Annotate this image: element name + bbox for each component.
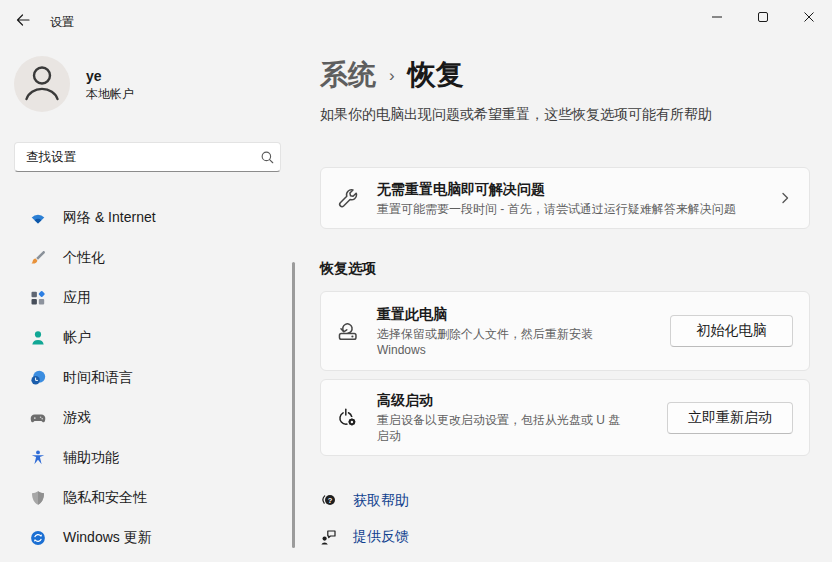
sidebar-item-label: 游戏 [63,409,91,427]
sidebar-item-label: 辅助功能 [63,449,119,467]
maximize-button[interactable] [740,0,786,36]
reset-pc-title: 重置此电脑 [377,305,670,324]
account-header: ye 本地帐户 [0,44,300,112]
paintbrush-icon [30,250,46,266]
sidebar-item-apps[interactable]: 应用 [0,278,290,318]
window-controls [694,0,832,36]
troubleshoot-title: 无需重置电脑即可解决问题 [377,180,777,199]
sidebar-item-label: 隐私和安全性 [63,489,147,507]
update-icon [30,530,46,546]
sidebar-item-privacy[interactable]: 隐私和安全性 [0,478,290,518]
titlebar: 设置 [0,0,832,44]
breadcrumb-parent[interactable]: 系统 [320,57,376,93]
close-icon [803,9,815,27]
minimize-icon [711,9,723,27]
sidebar-item-personalization[interactable]: 个性化 [0,238,290,278]
advanced-startup-description: 重启设备以更改启动设置，包括从光盘或 U 盘启动 [377,412,627,444]
sidebar-item-gaming[interactable]: 游戏 [0,398,290,438]
page-description: 如果你的电脑出现问题或希望重置，这些恢复选项可能有所帮助 [320,106,810,123]
account-type: 本地帐户 [86,86,134,102]
advanced-startup-title: 高级启动 [377,391,667,410]
power-gear-icon [337,407,359,429]
advanced-startup-card: 高级启动 重启设备以更改启动设置，包括从光盘或 U 盘启动 立即重新启动 [320,379,810,456]
sidebar-item-windows-update[interactable]: Windows 更新 [0,518,290,558]
wrench-icon [337,187,359,209]
apps-icon [30,290,46,306]
sidebar-item-label: Windows 更新 [63,529,152,547]
person-icon [30,330,46,346]
wifi-icon [30,210,46,226]
account-name: ye [86,67,134,85]
chevron-right-icon [777,190,793,206]
reset-pc-icon [337,320,359,342]
troubleshoot-description: 重置可能需要一段时间 - 首先，请尝试通过运行疑难解答来解决问题 [377,201,777,217]
shield-icon [30,490,46,506]
search-box[interactable] [14,142,281,172]
get-help-label: 获取帮助 [353,492,409,510]
sidebar-item-accessibility[interactable]: 辅助功能 [0,438,290,478]
breadcrumb-separator-icon: › [389,58,395,94]
sidebar-item-label: 应用 [63,289,91,307]
minimize-button[interactable] [694,0,740,36]
person-outline-icon [14,54,70,114]
footer-links: ? 获取帮助 提供反馈 [320,490,810,548]
window-title: 设置 [50,14,74,31]
give-feedback-label: 提供反馈 [353,528,409,546]
breadcrumb: 系统 › 恢复 [320,56,810,94]
give-feedback-link[interactable]: 提供反馈 [320,526,810,548]
search-input[interactable] [15,150,254,164]
accessibility-icon [30,450,46,466]
account-text: ye 本地帐户 [86,67,134,102]
back-button[interactable] [8,7,38,37]
reset-pc-text: 重置此电脑 选择保留或删除个人文件，然后重新安装 Windows [377,294,670,369]
back-arrow-icon [15,12,31,32]
reset-pc-description: 选择保留或删除个人文件，然后重新安装 Windows [377,326,627,358]
search-icon[interactable] [254,150,280,165]
sidebar-nav: 网络 & Internet 个性化 应用 帐户 时间和语言 [0,198,290,558]
sidebar-item-time-language[interactable]: 时间和语言 [0,358,290,398]
sidebar-item-label: 帐户 [63,329,91,347]
page-title: 恢复 [408,57,464,93]
restart-now-button[interactable]: 立即重新启动 [667,402,793,434]
sidebar-item-label: 时间和语言 [63,369,133,387]
svg-text:?: ? [328,496,333,505]
close-button[interactable] [786,0,832,36]
gamepad-icon [30,410,46,426]
feedback-icon [320,528,338,546]
recovery-options-header: 恢复选项 [320,259,810,277]
sidebar-item-network[interactable]: 网络 & Internet [0,198,290,238]
sidebar-scrollbar[interactable] [292,262,295,548]
get-help-link[interactable]: ? 获取帮助 [320,490,810,512]
advanced-startup-text: 高级启动 重启设备以更改启动设置，包括从光盘或 U 盘启动 [377,380,667,455]
main-content: 系统 › 恢复 如果你的电脑出现问题或希望重置，这些恢复选项可能有所帮助 无需重… [320,44,810,562]
troubleshoot-card[interactable]: 无需重置电脑即可解决问题 重置可能需要一段时间 - 首先，请尝试通过运行疑难解答… [320,167,810,229]
maximize-icon [757,9,769,27]
reset-pc-button[interactable]: 初始化电脑 [670,315,793,347]
help-chat-icon: ? [320,492,338,510]
avatar [14,56,70,112]
clock-globe-icon [30,370,46,386]
sidebar: ye 本地帐户 网络 & Internet 个性化 应用 [0,44,300,562]
sidebar-item-accounts[interactable]: 帐户 [0,318,290,358]
reset-pc-card: 重置此电脑 选择保留或删除个人文件，然后重新安装 Windows 初始化电脑 [320,291,810,371]
sidebar-item-label: 网络 & Internet [63,209,156,227]
troubleshoot-text: 无需重置电脑即可解决问题 重置可能需要一段时间 - 首先，请尝试通过运行疑难解答… [377,169,777,228]
sidebar-item-label: 个性化 [63,249,105,267]
